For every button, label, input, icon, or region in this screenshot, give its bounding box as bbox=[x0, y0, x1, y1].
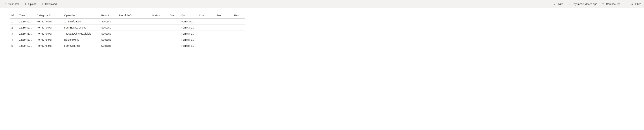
table-row[interactable]: 415:39:43....FormCheckerRelatedMenuSucce… bbox=[10, 37, 245, 43]
cell-duration bbox=[168, 19, 180, 25]
cell-status bbox=[151, 31, 168, 37]
filter-label: Filter bbox=[635, 3, 641, 6]
cell-operation: FormEvents.onload bbox=[63, 25, 100, 31]
download-icon bbox=[41, 3, 44, 6]
svg-marker-9 bbox=[568, 3, 570, 5]
cell-status bbox=[151, 37, 168, 43]
upload-icon bbox=[24, 3, 27, 6]
cell-id: 4 bbox=[10, 37, 18, 43]
cell-duration bbox=[168, 37, 180, 43]
play-icon bbox=[568, 3, 570, 6]
cell-data: Forms.Fo... bbox=[180, 19, 198, 25]
cell-time: 15:39:36.... bbox=[18, 19, 36, 25]
column-header-result-info[interactable]: Result info bbox=[118, 13, 151, 19]
cell-category: FormChecker bbox=[36, 43, 63, 49]
column-header-duration[interactable]: Dur... bbox=[168, 13, 180, 19]
invite-icon bbox=[552, 3, 555, 6]
cell-context bbox=[198, 43, 216, 49]
download-button[interactable]: Download bbox=[39, 2, 62, 7]
cell-data: Forms.Fo... bbox=[180, 43, 198, 49]
download-label: Download bbox=[45, 3, 56, 6]
cell-result: Success bbox=[100, 43, 118, 49]
cell-result_info bbox=[118, 25, 151, 31]
cell-status bbox=[151, 19, 168, 25]
clear-data-button[interactable]: Clear data bbox=[2, 2, 22, 7]
cell-resource bbox=[233, 43, 245, 49]
cell-time: 15:39:42.... bbox=[18, 25, 36, 31]
cell-category: FormChecker bbox=[36, 19, 63, 25]
cell-operation: XrmNavigation bbox=[63, 19, 100, 25]
cell-status bbox=[151, 25, 168, 31]
compact-list-button[interactable]: Compact list bbox=[600, 2, 626, 7]
cell-duration bbox=[168, 43, 180, 49]
clear-data-label: Clear data bbox=[8, 3, 20, 6]
chevron-down-icon bbox=[622, 3, 624, 5]
compact-list-label: Compact list bbox=[606, 3, 620, 6]
cell-category: FormChecker bbox=[36, 25, 63, 31]
invite-button[interactable]: Invite bbox=[550, 2, 565, 7]
cell-resource bbox=[233, 19, 245, 25]
filter-button[interactable]: Filter bbox=[629, 2, 642, 7]
table-row[interactable]: 215:39:42....FormCheckerFormEvents.onloa… bbox=[10, 25, 245, 31]
table-row[interactable]: 115:39:36....FormCheckerXrmNavigationSuc… bbox=[10, 19, 245, 25]
cell-data: Forms.Fo... bbox=[180, 37, 198, 43]
play-app-label: Play model-driven app bbox=[572, 3, 597, 6]
cell-id: 5 bbox=[10, 43, 18, 49]
cell-result: Success bbox=[100, 37, 118, 43]
column-header-process[interactable]: Pro... bbox=[216, 13, 233, 19]
invite-label: Invite bbox=[557, 3, 563, 6]
column-header-context[interactable]: Con... bbox=[198, 13, 216, 19]
table-row[interactable]: 515:39:43....FormCheckerFormControlsSucc… bbox=[10, 43, 245, 49]
data-table: Id Time Category Operation Result Result… bbox=[10, 13, 245, 49]
upload-button[interactable]: Upload bbox=[22, 2, 38, 7]
cell-result: Success bbox=[100, 31, 118, 37]
cell-result: Success bbox=[100, 19, 118, 25]
cell-operation: FormControls bbox=[63, 43, 100, 49]
cell-data: Forms.Fo... bbox=[180, 31, 198, 37]
svg-point-14 bbox=[631, 3, 633, 5]
cell-process bbox=[216, 19, 233, 25]
column-header-category[interactable]: Category bbox=[36, 13, 63, 19]
play-app-button[interactable]: Play model-driven app bbox=[566, 2, 599, 7]
cell-result_info bbox=[118, 31, 151, 37]
cell-result_info bbox=[118, 43, 151, 49]
toolbar: Clear data Upload Download Invite bbox=[0, 0, 644, 8]
column-header-operation[interactable]: Operation bbox=[63, 13, 100, 19]
cell-resource bbox=[233, 25, 245, 31]
column-header-data[interactable]: Dat... bbox=[180, 13, 198, 19]
column-header-result[interactable]: Result bbox=[100, 13, 118, 19]
close-icon bbox=[3, 3, 6, 6]
cell-operation: RelatedMenu bbox=[63, 37, 100, 43]
column-header-time[interactable]: Time bbox=[18, 13, 36, 19]
cell-context bbox=[198, 37, 216, 43]
svg-marker-16 bbox=[49, 15, 50, 16]
cell-id: 1 bbox=[10, 19, 18, 25]
svg-line-15 bbox=[633, 5, 633, 5]
cell-category: FormChecker bbox=[36, 37, 63, 43]
cell-time: 15:39:43.... bbox=[18, 37, 36, 43]
table-row[interactable]: 315:39:43....FormCheckerTabStateChange.v… bbox=[10, 31, 245, 37]
column-header-id[interactable]: Id bbox=[10, 13, 18, 19]
cell-time: 15:39:43.... bbox=[18, 43, 36, 49]
cell-id: 3 bbox=[10, 31, 18, 37]
cell-process bbox=[216, 25, 233, 31]
cell-category: FormChecker bbox=[36, 31, 63, 37]
cell-result: Success bbox=[100, 25, 118, 31]
cell-time: 15:39:43.... bbox=[18, 31, 36, 37]
search-icon bbox=[631, 3, 634, 6]
cell-resource bbox=[233, 37, 245, 43]
upload-label: Upload bbox=[28, 3, 36, 6]
filter-funnel-icon bbox=[49, 14, 51, 17]
cell-duration bbox=[168, 25, 180, 31]
cell-id: 2 bbox=[10, 25, 18, 31]
cell-process bbox=[216, 37, 233, 43]
list-icon bbox=[602, 3, 604, 6]
column-header-status[interactable]: Status bbox=[151, 13, 168, 19]
cell-result_info bbox=[118, 19, 151, 25]
column-header-resource[interactable]: Res... bbox=[233, 13, 245, 19]
cell-result_info bbox=[118, 37, 151, 43]
table-header-row: Id Time Category Operation Result Result… bbox=[10, 13, 245, 19]
cell-status bbox=[151, 43, 168, 49]
cell-context bbox=[198, 31, 216, 37]
cell-operation: TabStateChange.visible bbox=[63, 31, 100, 37]
